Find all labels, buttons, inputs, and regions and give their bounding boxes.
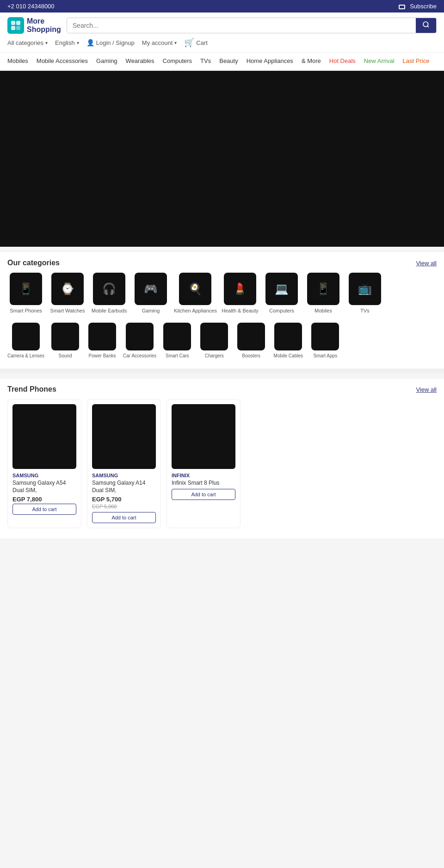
smart-cars-icon — [163, 323, 191, 350]
cart-label: Cart — [196, 39, 208, 46]
camera-icon — [12, 323, 40, 350]
our-categories-view-all[interactable]: View all — [416, 260, 437, 267]
product-name-1: Samsung Galaxy A54 Dual SIM, — [12, 480, 76, 494]
chevron-down-icon: ▾ — [174, 40, 177, 45]
phone-number: +2 010 24348000 — [7, 3, 55, 10]
category-tvs[interactable]: 📺 TVs — [346, 273, 383, 313]
categories-row: 📱 Smart Phones ⌚ Smart Watches 🎧 Mobile … — [7, 273, 437, 317]
cart-button[interactable]: 🛒 Cart — [184, 37, 208, 48]
mobiles-icon: 📱 — [307, 273, 339, 305]
header-controls: All categories ▾ English ▾ 👤 Login / Sig… — [7, 37, 437, 48]
sub-cat-mobile-cables[interactable]: Mobile Cables — [272, 323, 304, 358]
category-smart-watches[interactable]: ⌚ Smart Watches — [49, 273, 86, 313]
nav-item-hot-deals[interactable]: Hot Deals — [329, 53, 356, 70]
search-input[interactable] — [67, 18, 416, 33]
bottom-space — [0, 538, 444, 548]
language-label: English — [55, 39, 75, 46]
chevron-down-icon: ▾ — [45, 40, 48, 45]
smart-apps-label: Smart Apps — [313, 353, 337, 358]
user-icon: 👤 — [86, 39, 94, 46]
navigation-bar: Mobiles Mobile Accessories Gaming Wearab… — [0, 53, 444, 71]
camera-label: Camera & Lenses — [7, 353, 44, 358]
nav-item-gaming[interactable]: Gaming — [96, 53, 117, 70]
gaming-icon: 🎮 — [135, 273, 167, 305]
chevron-down-icon: ▾ — [77, 40, 79, 45]
svg-rect-1 — [16, 21, 20, 25]
account-label: My account — [142, 39, 173, 46]
trend-phones-view-all[interactable]: View all — [416, 386, 437, 393]
category-computers[interactable]: 💻 Computers — [263, 273, 300, 313]
smart-phones-label: Smart Phones — [10, 308, 42, 313]
svg-rect-2 — [11, 26, 15, 30]
smart-phones-icon: 📱 — [10, 273, 42, 305]
car-accessories-label: Car Accessories — [123, 353, 156, 358]
product-brand-2: SAMSUNG — [92, 473, 156, 478]
product-price-2: EGP 5,700 — [92, 496, 156, 503]
mobile-cables-label: Mobile Cables — [274, 353, 303, 358]
sub-cat-smart-cars[interactable]: Smart Cars — [161, 323, 193, 358]
category-kitchen[interactable]: 🍳 Kitchen Appliances — [174, 273, 217, 313]
category-mobiles[interactable]: 📱 Mobiles — [305, 273, 342, 313]
my-account-dropdown[interactable]: My account ▾ — [142, 39, 177, 46]
nav-item-home-appliances[interactable]: Home Appliances — [247, 53, 293, 70]
mobiles-label: Mobiles — [314, 308, 332, 313]
car-accessories-icon — [126, 323, 154, 350]
gaming-label: Gaming — [142, 308, 160, 313]
nav-item-computers[interactable]: Computers — [163, 53, 192, 70]
all-categories-label: All categories — [7, 39, 43, 46]
hero-banner — [0, 71, 444, 247]
nav-item-more[interactable]: & More — [302, 53, 321, 70]
add-to-cart-2[interactable]: Add to cart — [92, 512, 156, 523]
sub-cat-car-accessories[interactable]: Car Accessories — [123, 323, 156, 358]
chargers-icon — [200, 323, 228, 350]
logo[interactable]: More Shopping — [7, 17, 61, 34]
chargers-label: Chargers — [205, 353, 224, 358]
health-beauty-label: Health & Beauty — [222, 308, 259, 313]
category-smart-phones[interactable]: 📱 Smart Phones — [7, 273, 44, 313]
login-signup-button[interactable]: 👤 Login / Signup — [86, 39, 135, 46]
tvs-label: TVs — [360, 308, 370, 313]
computers-label: Computers — [269, 308, 294, 313]
health-beauty-icon: 💄 — [224, 273, 256, 305]
nav-item-new-arrival[interactable]: New Arrival — [364, 53, 395, 70]
sub-cat-smart-apps[interactable]: Smart Apps — [309, 323, 341, 358]
trend-phones-title: Trend Phones — [7, 385, 56, 393]
all-categories-dropdown[interactable]: All categories ▾ — [7, 39, 48, 46]
nav-item-mobiles[interactable]: Mobiles — [7, 53, 28, 70]
add-to-cart-3[interactable]: Add to cart — [172, 489, 235, 500]
subscribe-button[interactable]: Subscribe — [399, 3, 437, 10]
add-to-cart-1[interactable]: Add to cart — [12, 504, 76, 515]
sound-label: Sound — [59, 353, 72, 358]
product-card-2[interactable]: SAMSUNG Samsung Galaxy A14 Dual SIM, EGP… — [87, 399, 161, 528]
nav-item-mobile-accessories[interactable]: Mobile Accessories — [37, 53, 88, 70]
category-health-beauty[interactable]: 💄 Health & Beauty — [222, 273, 259, 313]
mobile-earbuds-icon: 🎧 — [93, 273, 125, 305]
nav-item-tvs[interactable]: TVs — [200, 53, 211, 70]
smart-apps-icon — [311, 323, 339, 350]
envelope-icon — [399, 5, 405, 9]
search-bar[interactable] — [67, 18, 437, 33]
product-card-3[interactable]: INFINIX Infinix Smart 8 Plus Add to cart — [166, 399, 240, 528]
divider-1 — [0, 368, 444, 373]
product-card-1[interactable]: SAMSUNG Samsung Galaxy A54 Dual SIM, EGP… — [7, 399, 81, 528]
nav-item-beauty[interactable]: Beauty — [219, 53, 238, 70]
category-gaming[interactable]: 🎮 Gaming — [132, 273, 169, 313]
sub-cat-boosters[interactable]: Boosters — [235, 323, 267, 358]
search-button[interactable] — [416, 18, 436, 33]
nav-item-last-price[interactable]: Last Price — [403, 53, 430, 70]
smart-cars-label: Smart Cars — [166, 353, 189, 358]
category-mobile-earbuds[interactable]: 🎧 Mobile Earbuds — [91, 273, 128, 313]
language-dropdown[interactable]: English ▾ — [55, 39, 79, 46]
sub-cat-power-banks[interactable]: Power Banks — [86, 323, 118, 358]
product-price-1: EGP 7,800 — [12, 496, 76, 503]
sub-cat-camera[interactable]: Camera & Lenses — [7, 323, 44, 358]
sub-cat-sound[interactable]: Sound — [49, 323, 81, 358]
sub-cat-chargers[interactable]: Chargers — [198, 323, 230, 358]
svg-point-4 — [423, 22, 428, 27]
sound-icon — [51, 323, 79, 350]
product-name-2: Samsung Galaxy A14 Dual SIM, — [92, 480, 156, 494]
kitchen-label: Kitchen Appliances — [174, 308, 217, 313]
product-image-2 — [92, 404, 156, 469]
nav-item-wearables[interactable]: Wearables — [126, 53, 154, 70]
product-brand-3: INFINIX — [172, 473, 235, 478]
